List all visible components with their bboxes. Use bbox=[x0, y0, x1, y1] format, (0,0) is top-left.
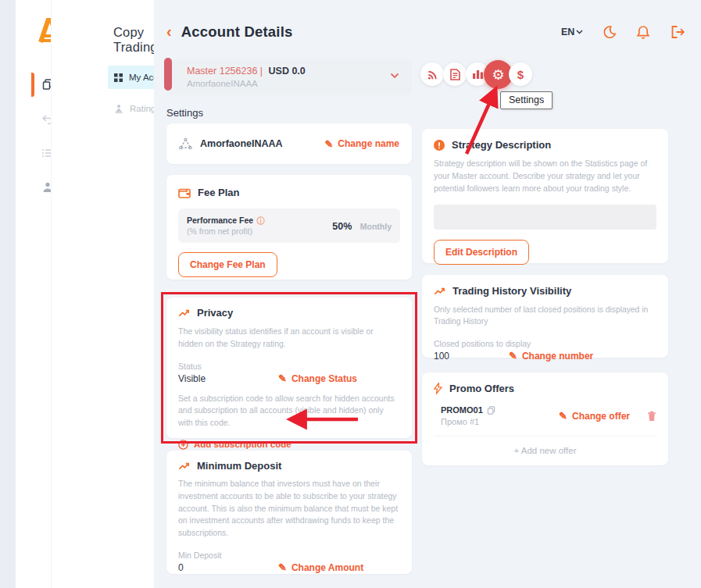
icon-rail bbox=[16, 0, 51, 588]
add-subscription-code-link[interactable]: Add subscription code bbox=[178, 440, 400, 450]
bar-chart-icon bbox=[472, 69, 484, 80]
status-label: Status bbox=[178, 362, 400, 371]
pencil-icon: ✎ bbox=[559, 411, 567, 421]
page-header: ‹ Account Details bbox=[166, 23, 292, 41]
change-amount-link[interactable]: ✎ Change Amount bbox=[278, 562, 363, 573]
settings-tooltip: Settings bbox=[500, 91, 553, 109]
change-offer-label: Change offer bbox=[572, 411, 630, 422]
notifications-bell-icon[interactable] bbox=[635, 23, 652, 41]
header-actions: EN bbox=[561, 23, 686, 41]
change-name-link[interactable]: ✎ Change name bbox=[324, 138, 399, 149]
strategy-description-input[interactable] bbox=[434, 205, 656, 230]
language-selector[interactable]: EN bbox=[561, 27, 583, 37]
rating-icon bbox=[114, 104, 123, 113]
trend-up-icon bbox=[178, 308, 190, 318]
back-chevron-icon[interactable]: ‹ bbox=[166, 23, 172, 39]
trading-history-title: Trading History Visibility bbox=[452, 285, 571, 297]
chevron-down-icon bbox=[576, 30, 583, 34]
add-new-offer-link[interactable]: + Add new offer bbox=[434, 446, 656, 455]
pencil-icon: ✎ bbox=[509, 351, 517, 361]
wallet-icon bbox=[178, 187, 191, 198]
dark-mode-moon-icon[interactable] bbox=[600, 23, 617, 41]
privacy-description: The visibility status identifies if an a… bbox=[178, 326, 395, 351]
minimum-deposit-description: The minimum balance that investors must … bbox=[178, 478, 405, 540]
change-amount-label: Change Amount bbox=[291, 562, 363, 573]
privacy-title: Privacy bbox=[197, 307, 233, 319]
change-number-link[interactable]: ✎ Change number bbox=[509, 351, 593, 362]
privacy-card: Privacy The visibility status identifies… bbox=[166, 298, 412, 438]
grid-icon bbox=[114, 73, 123, 82]
fee-button[interactable]: $ bbox=[509, 62, 532, 86]
change-number-label: Change number bbox=[522, 351, 593, 362]
settings-section-label: Settings bbox=[166, 107, 203, 119]
fee-sublabel: (% from net profit) bbox=[187, 226, 265, 236]
page-title: Account Details bbox=[181, 23, 293, 41]
fee-value: 50% bbox=[332, 221, 352, 232]
account-display-name: AmorfaoneINAAA bbox=[200, 138, 317, 149]
change-status-link[interactable]: ✎ Change Status bbox=[278, 373, 357, 384]
change-offer-link[interactable]: ✎ Change offer bbox=[559, 411, 630, 422]
account-name-card: AmorfaoneINAAA ✎ Change name bbox=[166, 123, 412, 164]
trading-history-description: Only selected number of last closed posi… bbox=[434, 304, 668, 328]
add-subscription-code-label: Add subscription code bbox=[194, 440, 291, 449]
minimum-deposit-card: Minimum Deposit The minimum balance that… bbox=[166, 451, 412, 574]
logout-icon[interactable] bbox=[669, 23, 686, 41]
strategy-description-title: Strategy Description bbox=[452, 139, 551, 151]
promo-offers-title: Promo Offers bbox=[449, 383, 514, 394]
account-label: Master 1256236 | bbox=[187, 66, 263, 77]
pencil-icon: ✎ bbox=[324, 139, 333, 149]
fee-period: Monthly bbox=[360, 222, 392, 231]
change-status-label: Change Status bbox=[291, 373, 357, 384]
min-deposit-label: Min Deposit bbox=[178, 551, 400, 560]
collapsed-edge-strip bbox=[0, 0, 16, 588]
status-value: Visible bbox=[178, 373, 278, 384]
account-name: AmorfaoneINAAA bbox=[187, 79, 258, 88]
trading-history-visibility-card: Trading History Visibility Only selected… bbox=[422, 275, 668, 358]
promo-code: PROMO01 bbox=[441, 405, 483, 415]
circled-plus-icon bbox=[178, 440, 188, 450]
app-title: Copy Trading bbox=[113, 25, 158, 55]
trend-up-icon bbox=[434, 286, 445, 296]
lightning-icon bbox=[434, 383, 442, 394]
account-color-pill bbox=[164, 58, 172, 91]
info-icon[interactable] bbox=[256, 216, 265, 225]
trash-icon[interactable] bbox=[647, 411, 656, 422]
closed-positions-value: 100 bbox=[434, 351, 509, 362]
chevron-down-icon bbox=[390, 73, 399, 79]
dollar-icon: $ bbox=[517, 68, 524, 81]
active-rail-indicator bbox=[31, 73, 34, 97]
change-fee-plan-button[interactable]: Change Fee Plan bbox=[178, 252, 277, 277]
account-selector[interactable]: Master 1256236 | USD 0.0 AmorfaoneINAAA bbox=[166, 59, 412, 95]
sidebar: Copy Trading My Accounts Rating Strategy bbox=[51, 0, 154, 588]
document-icon bbox=[450, 69, 460, 80]
fee-label: Performance Fee bbox=[187, 216, 253, 225]
fee-summary-row: Performance Fee (% from net profit) 50% … bbox=[178, 208, 400, 243]
min-deposit-value: 0 bbox=[178, 562, 278, 573]
alert-circle-icon bbox=[434, 140, 445, 151]
gear-icon: ⚙ bbox=[492, 68, 504, 82]
strategy-description-card: Strategy Description Strategy descriptio… bbox=[422, 129, 668, 263]
closed-positions-label: Closed positions to display bbox=[434, 339, 656, 348]
promo-offer-row: PROMO01 Промо #1 ✎ Change offer bbox=[434, 405, 656, 437]
edit-description-button[interactable]: Edit Description bbox=[434, 240, 529, 265]
minimum-deposit-title: Minimum Deposit bbox=[197, 460, 281, 472]
promo-name: Промо #1 bbox=[441, 417, 559, 426]
fee-plan-title: Fee Plan bbox=[198, 187, 239, 198]
copy-icon[interactable] bbox=[487, 406, 495, 415]
subscription-code-description: Set a subscription code to allow search … bbox=[178, 393, 395, 429]
account-balance: USD 0.0 bbox=[269, 66, 306, 77]
language-label: EN bbox=[561, 27, 574, 37]
rss-icon bbox=[427, 69, 438, 80]
trend-up-icon bbox=[178, 461, 190, 471]
pencil-icon: ✎ bbox=[278, 373, 287, 383]
strategy-avatar-icon bbox=[179, 137, 192, 150]
fee-plan-card: Fee Plan Performance Fee (% from net pro… bbox=[166, 175, 412, 280]
strategy-description-text: Strategy description will be shown on th… bbox=[434, 158, 660, 194]
document-button[interactable] bbox=[443, 62, 467, 86]
pencil-icon: ✎ bbox=[278, 562, 287, 572]
change-name-label: Change name bbox=[338, 138, 399, 149]
promo-offers-card: Promo Offers PROMO01 Промо #1 ✎ Change o… bbox=[422, 372, 668, 465]
rss-button[interactable] bbox=[420, 62, 444, 86]
